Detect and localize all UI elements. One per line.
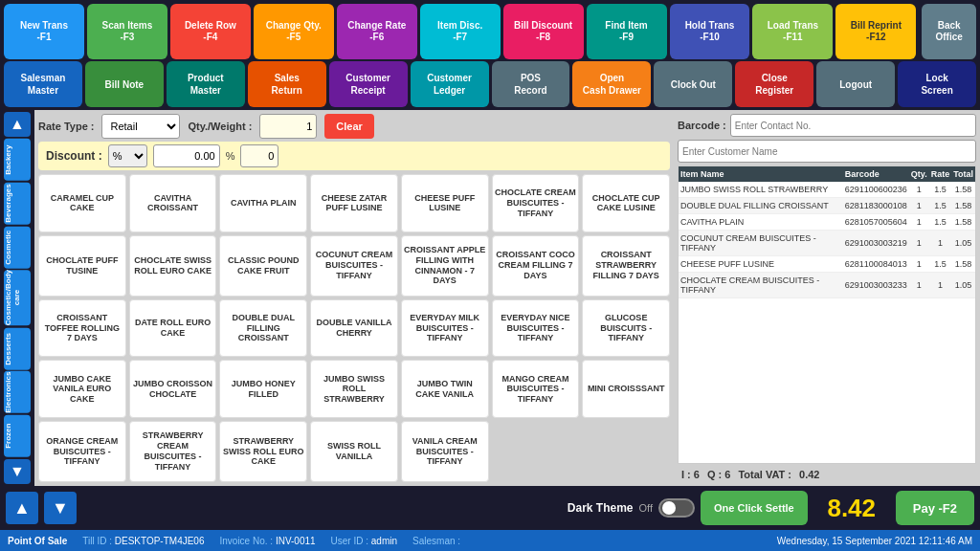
cell-item-name: CAVITHA PLAIN	[679, 214, 843, 231]
item-cell[interactable]: VANILA CREAM BUISCUITES - TIFFANY	[401, 421, 489, 482]
item-cell[interactable]: GLUCOSE BUISCUITS - TIFFANY	[582, 299, 670, 358]
clear-btn[interactable]: Clear	[324, 114, 374, 139]
close-register-btn[interactable]: CloseRegister	[735, 61, 813, 107]
table-row[interactable]: CAVITHA PLAIN 6281057005604 1 1.5 1.58	[679, 214, 975, 231]
discount-row: Discount : % Flat %	[38, 142, 670, 170]
items-count: I : 6	[681, 469, 700, 480]
scroll-down-btn[interactable]: ▼	[4, 459, 31, 484]
item-cell[interactable]: JUMBO CAKE VANILA EURO CAKE	[38, 360, 126, 418]
bill-discount-btn[interactable]: Bill Discount-F8	[503, 4, 584, 59]
clock-out-btn[interactable]: Clock Out	[654, 61, 732, 107]
bill-note-btn[interactable]: Bill Note	[85, 61, 164, 107]
item-cell[interactable]: CARAMEL CUP CAKE	[38, 174, 126, 232]
change-qty-btn[interactable]: Change Qty.-F5	[254, 4, 334, 59]
hold-trans-btn[interactable]: Hold Trans-F10	[670, 4, 750, 59]
customer-ledger-btn[interactable]: CustomerLedger	[411, 61, 489, 107]
rate-type-select[interactable]: Retail Wholesale	[101, 114, 180, 139]
item-cell[interactable]: DOUBLE VANILLA CHERRY	[310, 299, 398, 358]
item-cell[interactable]: CROISSANT COCO CREAM FILLING 7 DAYS	[492, 235, 580, 297]
item-cell[interactable]: CROISSANT APPLE FILLING WITH CINNAMON - …	[401, 235, 489, 297]
delete-row-btn[interactable]: Delete Row-F4	[170, 4, 251, 59]
open-cash-drawer-btn[interactable]: OpenCash Drawer	[572, 61, 651, 107]
cat-cosmetic-btn[interactable]: Cosmetic	[4, 227, 31, 269]
sales-return-btn[interactable]: SalesReturn	[248, 61, 326, 107]
scroll-left-down-btn[interactable]: ▼	[44, 492, 77, 524]
product-master-btn[interactable]: ProductMaster	[167, 61, 245, 107]
till-id-value: DESKTOP-TM4JE06	[115, 536, 205, 546]
item-cell[interactable]: CROISSANT TOFFEE ROLLING 7 DAYS	[38, 299, 126, 358]
qty-input[interactable]	[259, 114, 317, 139]
back-office-btn[interactable]: Back Office	[922, 4, 976, 59]
lock-screen-btn[interactable]: LockScreen	[898, 61, 976, 107]
cat-beverages-btn[interactable]: Beverages	[4, 183, 31, 225]
item-cell[interactable]: EVERYDAY MILK BUISCUITES - TIFFANY	[401, 299, 489, 358]
barcode-input[interactable]	[730, 114, 976, 137]
new-trans-btn[interactable]: New Trans-F1	[4, 4, 84, 59]
items-table-container: Item Name Barcode Qty. Rate Total JUMBO …	[678, 165, 976, 464]
item-disc-btn[interactable]: Item Disc.-F7	[420, 4, 501, 59]
discount-value-input[interactable]	[153, 144, 220, 167]
bill-reprint-btn[interactable]: Bill Reprint-F12	[835, 4, 916, 59]
scan-items-btn[interactable]: Scan Items-F3	[87, 4, 167, 59]
item-cell[interactable]: JUMBO TWIN CAKE VANILA	[401, 360, 489, 418]
item-cell[interactable]: EVERYDAY NICE BUISCUITES - TIFFANY	[492, 299, 580, 358]
item-cell[interactable]: CHOCLATE SWISS ROLL EURO CAKE	[129, 235, 217, 297]
item-cell[interactable]: CLASSIC POUND CAKE FRUIT	[219, 235, 307, 297]
item-cell[interactable]: CHEESE ZATAR PUFF LUSINE	[310, 174, 398, 232]
item-cell[interactable]: COCUNUT CREAM BUISCUITES - TIFFANY	[310, 235, 398, 297]
load-trans-btn[interactable]: Load Trans-F11	[752, 4, 833, 59]
discount-type-select[interactable]: % Flat	[108, 144, 147, 167]
logout-btn[interactable]: Logout	[816, 61, 895, 107]
item-cell[interactable]: STRAWBERRY SWISS ROLL EURO CAKE	[219, 421, 307, 482]
right-panel: Barcode : Item Name Barcode Qty. Rate To…	[674, 110, 980, 486]
cell-total: 1.58	[951, 198, 975, 214]
item-cell[interactable]: CAVITHA PLAIN	[219, 174, 307, 232]
change-rate-btn[interactable]: Change Rate-F6	[337, 4, 417, 59]
discount-extra-input[interactable]	[240, 144, 278, 167]
item-cell[interactable]: SWISS ROLL VANILLA	[310, 421, 398, 482]
discount-pct-label: %	[226, 150, 235, 162]
scroll-up-btn[interactable]: ▲	[4, 112, 31, 137]
table-row[interactable]: JUMBO SWISS ROLL STRAWBERRY 629110060023…	[679, 182, 975, 198]
pay-btn[interactable]: Pay -F2	[896, 491, 974, 525]
customer-name-input[interactable]	[678, 140, 976, 163]
dark-theme-toggle[interactable]	[658, 498, 695, 518]
scroll-left-up-btn[interactable]: ▲	[6, 492, 38, 524]
table-row[interactable]: CHOCLATE CREAM BUISCUITES - TIFFANY 6291…	[679, 273, 975, 298]
table-row[interactable]: CHEESE PUFF LUSINE 6281100084013 1 1.5 1…	[679, 256, 975, 273]
cat-cosmetic-body-btn[interactable]: Cosmetic/Body care	[4, 270, 31, 325]
item-cell[interactable]: DATE ROLL EURO CAKE	[129, 299, 217, 358]
customer-receipt-btn[interactable]: CustomerReceipt	[329, 61, 408, 107]
item-cell[interactable]: DOUBLE DUAL FILLING CROISSANT	[219, 299, 307, 358]
item-cell[interactable]: ORANGE CREAM BUISCUITES - TIFFANY	[38, 421, 126, 482]
table-row[interactable]: DOUBLE DUAL FILLING CROISSANT 6281183000…	[679, 198, 975, 214]
item-cell[interactable]: JUMBO HONEY FILLED	[219, 360, 307, 418]
cat-backery-btn[interactable]: Backery	[4, 139, 31, 181]
item-cell[interactable]: CHOCLATE PUFF TUSINE	[38, 235, 126, 297]
invoice-section: Invoice No. : INV-0011	[220, 536, 316, 546]
one-click-settle-btn[interactable]: One Click Settle	[701, 491, 808, 525]
item-cell[interactable]: CAVITHA CROISSANT	[129, 174, 217, 232]
cell-item-name: CHOCLATE CREAM BUISCUITES - TIFFANY	[679, 273, 843, 298]
salesman-master-btn[interactable]: SalesmanMaster	[4, 61, 82, 107]
bottom-bar: ▲ ▼ Dark Theme Off One Click Settle 8.42…	[0, 486, 980, 530]
find-item-btn[interactable]: Find Item-F9	[587, 4, 667, 59]
item-cell[interactable]: CHOCLATE CUP CAKE LUSINE	[582, 174, 670, 232]
pos-record-btn[interactable]: POSRecord	[492, 61, 570, 107]
item-cell[interactable]: JUMBO CROISSON CHOCLATE	[129, 360, 217, 418]
cat-frozen-btn[interactable]: Frozen	[4, 415, 31, 457]
item-cell[interactable]: CROISSANT STRAWBERRY FILLING 7 DAYS	[582, 235, 670, 297]
table-row[interactable]: COCUNUT CREAM BUISCUITES - TIFFANY 62910…	[679, 231, 975, 256]
cat-electronics-btn[interactable]: Electronics	[4, 371, 31, 413]
item-cell[interactable]: JUMBO SWISS ROLL STRAWBERRY	[310, 360, 398, 418]
col-item-name: Item Name	[679, 166, 843, 182]
item-cell[interactable]: CHOCLATE CREAM BUISCUITES - TIFFANY	[492, 174, 580, 232]
center-panel: Rate Type : Retail Wholesale Qty./Weight…	[34, 110, 674, 486]
item-cell[interactable]: MANGO CREAM BUISCUITES - TIFFANY	[492, 360, 580, 418]
item-cell[interactable]: STRAWBERRY CREAM BUISCUITES - TIFFANY	[129, 421, 217, 482]
item-cell[interactable]: MINI CROISSSANT	[582, 360, 670, 418]
cell-item-name: COCUNUT CREAM BUISCUITES - TIFFANY	[679, 231, 843, 256]
item-cell[interactable]: CHEESE PUFF LUSINE	[401, 174, 489, 232]
user-value: admin	[371, 536, 397, 546]
cat-desserts-btn[interactable]: Desserts	[4, 328, 31, 370]
